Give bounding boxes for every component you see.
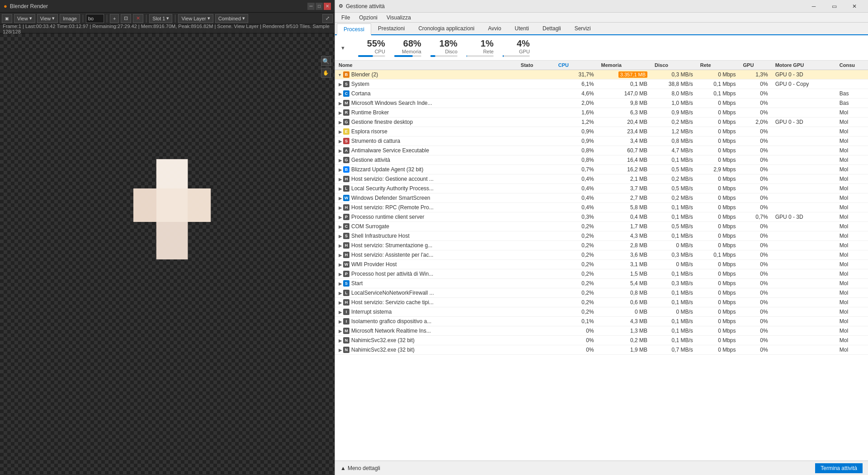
expand-arrow[interactable]: ▶ [339, 158, 343, 163]
expand-arrow[interactable]: ▶ [339, 205, 343, 210]
table-row[interactable]: ▶ H Host servizio: Assistente per l'ac..… [335, 250, 868, 260]
image-dropdown[interactable]: Image [60, 14, 80, 23]
tm-close-button[interactable]: ✕ [844, 0, 864, 13]
toggle-details[interactable]: ▲ Meno dettagli [340, 465, 380, 471]
table-row[interactable]: ▶ L LocalServiceNoNetworkFirewall ... 0,… [335, 288, 868, 298]
expand-arrow[interactable]: ▶ [339, 272, 343, 277]
table-row[interactable]: ▶ H Host servizio: Gestione account ... … [335, 174, 868, 184]
expand-arrow[interactable]: ▶ [339, 234, 343, 239]
table-row[interactable]: ▶ H Host servizio: Strumentazione g... 0… [335, 241, 868, 250]
table-row[interactable]: ▶ E Esplora risorse 0,9% 23,4 MB 1,2 MB/… [335, 127, 868, 136]
table-row[interactable]: ▶ C Cortana 4,6% 147,0 MB 8,0 MB/s 0,1 M… [335, 89, 868, 99]
table-row[interactable]: ▶ I Isolamento grafico dispositivo a... … [335, 317, 868, 326]
expand-arrow[interactable]: ▶ [339, 329, 343, 334]
tab-servizi[interactable]: Servizi [568, 23, 598, 34]
render-input[interactable] [86, 14, 104, 23]
expand-arrow[interactable]: ▶ [339, 262, 343, 267]
expand-arrow[interactable]: ▶ [339, 101, 343, 106]
tab-cronologia[interactable]: Cronologia applicazioni [411, 23, 481, 34]
combined-dropdown[interactable]: Combined▾ [215, 14, 248, 23]
tab-avvio[interactable]: Avvio [481, 23, 508, 34]
expand-arrow[interactable]: ▶ [339, 338, 343, 343]
maximize-button[interactable]: □ [316, 3, 323, 10]
close-button[interactable]: ✕ [324, 3, 331, 10]
table-row[interactable]: ▶ W WMI Provider Host 0,2% 3,1 MB 0 MB/s… [335, 260, 868, 269]
col-extra[interactable]: Consu [836, 61, 868, 70]
expand-arrow[interactable]: ▶ [339, 186, 343, 191]
expand-arrow[interactable]: ▶ [339, 129, 343, 134]
minimize-button[interactable]: ─ [307, 3, 315, 10]
fullscreen-button[interactable]: ⤢ [322, 14, 333, 23]
expand-arrow[interactable]: ▶ [339, 243, 343, 248]
view-layer-dropdown[interactable]: View Layer▾ [178, 14, 213, 23]
expand-arrow[interactable]: ▶ [339, 300, 343, 305]
table-row[interactable]: ▶ H Host servizio: RPC (Remote Pro... 0,… [335, 203, 868, 212]
render-icon-button[interactable]: ▣ [2, 14, 12, 23]
table-row[interactable]: ▶ L Local Security Authority Process... … [335, 184, 868, 193]
add-render-button[interactable]: + [110, 14, 119, 23]
col-disco[interactable]: Disco [651, 61, 697, 70]
menu-file[interactable]: File [337, 13, 354, 23]
table-row[interactable]: ▶ H Host servizio: Servizio cache tipi..… [335, 298, 868, 307]
expand-arrow[interactable]: ▶ [339, 148, 343, 153]
table-row[interactable]: ▶ M Microsoft Windows Search Inde... 2,0… [335, 99, 868, 108]
expand-arrow[interactable]: ▶ [339, 348, 343, 353]
table-row[interactable]: ▾ B Blender (2) 31,7% 3.357,1 MB 0,3 MB/… [335, 70, 868, 80]
expand-arrow[interactable]: ▶ [339, 110, 343, 115]
slot-dropdown[interactable]: Slot 1▾ [149, 14, 172, 23]
col-cpu[interactable]: CPU [555, 61, 598, 70]
table-row[interactable]: ▶ N NahimicSvc32.exe (32 bit) 0% 0,2 MB … [335, 336, 868, 345]
table-row[interactable]: ▶ W Windows Defender SmartScreen 0,4% 2,… [335, 193, 868, 203]
tm-minimize-button[interactable]: ─ [804, 0, 824, 13]
table-row[interactable]: ▶ P Processo host per attività di Win...… [335, 269, 868, 279]
expand-arrow[interactable]: ▶ [339, 177, 343, 182]
expand-arrow[interactable]: ▶ [339, 224, 343, 229]
menu-options[interactable]: Opzioni [354, 13, 382, 23]
render-x-button[interactable]: ✕ [133, 14, 143, 23]
expand-arrow[interactable]: ▶ [339, 139, 343, 144]
expand-arrow[interactable]: ▶ [339, 120, 343, 125]
expand-arrow[interactable]: ▶ [339, 253, 343, 258]
table-row[interactable]: ▶ S Start 0,2% 5,4 MB 0,3 MB/s 0 Mbps 0%… [335, 279, 868, 288]
expand-arrow[interactable]: ▶ [339, 281, 343, 286]
expand-arrow[interactable]: ▶ [339, 310, 343, 315]
pan-tool[interactable]: ✋ [321, 68, 331, 78]
tm-restore-button[interactable]: ▭ [824, 0, 844, 13]
col-name[interactable]: Nome [335, 61, 517, 70]
table-row[interactable]: ▶ P Processo runtime client server 0,3% … [335, 212, 868, 222]
view-dropdown[interactable]: View▾ [14, 14, 35, 23]
table-row[interactable]: ▶ A Antimalware Service Executable 0,8% … [335, 146, 868, 155]
table-row[interactable]: ▶ G Gestione finestre desktop 1,2% 20,4 … [335, 118, 868, 127]
col-stato[interactable]: Stato [517, 61, 555, 70]
tm-table-container[interactable]: Nome Stato CPU Memoria Disco Rete GPU Mo… [335, 61, 868, 461]
col-memoria[interactable]: Memoria [598, 61, 651, 70]
table-row[interactable]: ▶ M Microsoft Network Realtime Ins... 0%… [335, 326, 868, 336]
table-row[interactable]: ▶ S Strumento di cattura 0,9% 3,4 MB 0,8… [335, 136, 868, 146]
expand-arrow[interactable]: ▶ [339, 196, 343, 201]
tab-dettagli[interactable]: Dettagli [536, 23, 568, 34]
browse-button[interactable]: ⊡ [121, 14, 131, 23]
col-gpu-engine[interactable]: Motore GPU [772, 61, 836, 70]
table-row[interactable]: ▶ G Gestione attività 0,8% 16,4 MB 0,1 M… [335, 155, 868, 165]
table-row[interactable]: ▶ B Blizzard Update Agent (32 bit) 0,7% … [335, 165, 868, 174]
expand-arrow[interactable]: ▶ [339, 167, 343, 172]
expand-arrow[interactable]: ▾ [339, 72, 343, 77]
col-gpu[interactable]: GPU [740, 61, 772, 70]
table-row[interactable]: ▶ N NahimicSvc32.exe (32 bit) 0% 1,9 MB … [335, 345, 868, 355]
expand-arrow[interactable]: ▶ [339, 82, 343, 87]
menu-view[interactable]: Visualizza [382, 13, 415, 23]
expand-arrow[interactable]: ▶ [339, 319, 343, 324]
table-row[interactable]: ▶ I Interrupt sistema 0,2% 0 MB 0 MB/s 0… [335, 307, 868, 317]
table-row[interactable]: ▶ S System 6,1% 0,1 MB 38,8 MB/s 0,1 Mbp… [335, 80, 868, 89]
view2-dropdown[interactable]: View▾ [37, 14, 58, 23]
col-rete[interactable]: Rete [697, 61, 740, 70]
tab-processi[interactable]: Processi [337, 24, 371, 35]
table-row[interactable]: ▶ C COM Surrogate 0,2% 1,7 MB 0,5 MB/s 0… [335, 222, 868, 231]
expand-arrow[interactable]: ▶ [339, 215, 343, 220]
terminate-button[interactable]: Termina attività [815, 463, 863, 473]
tab-utenti[interactable]: Utenti [508, 23, 536, 34]
tab-prestazioni[interactable]: Prestazioni [371, 23, 411, 34]
expand-arrow[interactable]: ▶ [339, 291, 343, 296]
expand-arrow[interactable]: ▶ [339, 91, 343, 96]
table-row[interactable]: ▶ S Shell Infrastructure Host 0,2% 4,3 M… [335, 231, 868, 241]
